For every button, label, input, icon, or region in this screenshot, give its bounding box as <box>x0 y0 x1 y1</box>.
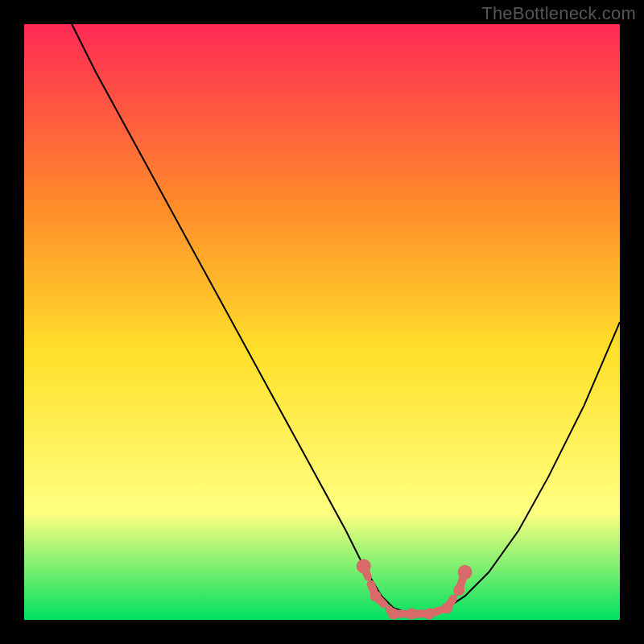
optimal-marker <box>406 609 417 620</box>
optimal-marker <box>388 609 399 620</box>
optimal-marker <box>458 565 473 580</box>
optimal-marker <box>441 602 452 613</box>
optimal-marker <box>453 584 464 596</box>
gradient-background <box>24 24 620 620</box>
optimal-marker <box>357 559 371 573</box>
chart-container <box>24 24 620 620</box>
bottleneck-chart <box>24 24 620 620</box>
optimal-marker <box>370 590 382 601</box>
watermark-text: TheBottleneck.com <box>481 3 636 24</box>
optimal-marker <box>423 609 435 620</box>
